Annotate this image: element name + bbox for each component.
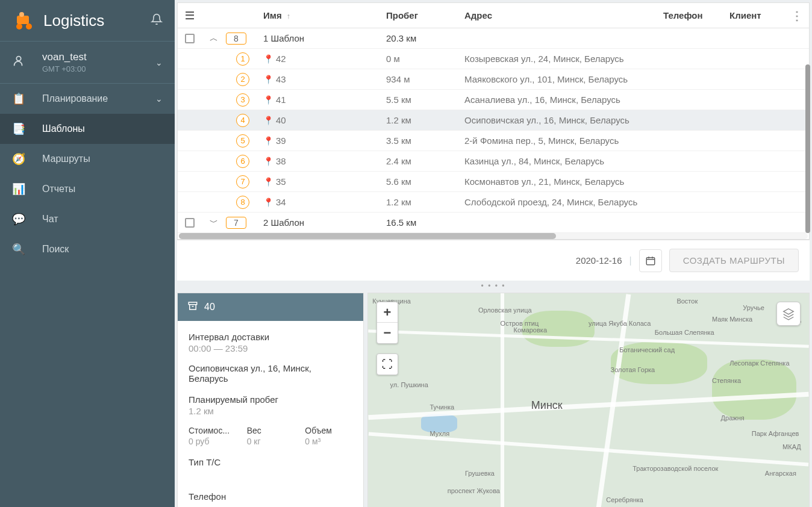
pin-icon: 📍 <box>263 75 273 84</box>
list-icon[interactable]: ☰ <box>178 9 202 22</box>
nav-reports[interactable]: 📊 Отчеты <box>0 174 175 204</box>
detail-title: 40 <box>204 302 215 313</box>
pin-icon: 📍 <box>263 157 273 166</box>
user-block[interactable]: voan_test GMT +03:00 ⌄ <box>0 41 175 84</box>
map-label: Лесопарк Степянка <box>729 359 789 367</box>
step-badge: 8 <box>236 196 249 209</box>
chevron-down-icon[interactable]: ﹀ <box>210 217 218 227</box>
calendar-button[interactable] <box>639 249 662 272</box>
checkbox[interactable] <box>185 34 195 43</box>
table-row[interactable]: 4📍401.2 кмОсиповичская ул., 16, Минск, Б… <box>178 110 809 131</box>
header-client[interactable]: Клиент <box>729 10 785 20</box>
create-routes-button[interactable]: СОЗДАТЬ МАРШРУТЫ <box>669 249 799 272</box>
row-mileage: 5.5 км <box>386 95 464 105</box>
map[interactable]: Минск КунцевщинаОрловская улицаКомаровка… <box>367 293 810 507</box>
header-name[interactable]: Имя↑ <box>260 10 386 20</box>
header-address[interactable]: Адрес <box>464 10 663 20</box>
calendar-icon: 📋 <box>12 92 31 105</box>
nav-chat[interactable]: 💬 Чат <box>0 204 175 234</box>
route-icon: 🧭 <box>12 152 31 166</box>
map-label: Дражня <box>721 414 745 421</box>
map-label: Орловская улица <box>478 306 532 314</box>
chat-icon: 💬 <box>12 213 31 226</box>
table-body: ︿81 Шаблон20.3 км1📍420 мКозыревская ул.,… <box>178 28 809 233</box>
user-timezone: GMT +03:00 <box>42 64 155 73</box>
row-mileage: 934 м <box>386 74 464 84</box>
table-row[interactable]: 7📍355.6 кмКосмонавтов ул., 21, Минск, Бе… <box>178 172 809 192</box>
detail-address: Осиповичская ул., 16, Минск, Беларусь <box>189 363 352 384</box>
svg-rect-2 <box>17 16 29 24</box>
table-row[interactable]: 6📍382.4 кмКазинца ул., 84, Минск, Белару… <box>178 151 809 172</box>
zoom-out-button[interactable]: − <box>377 323 398 343</box>
sort-asc-icon: ↑ <box>287 11 291 20</box>
chevron-up-icon[interactable]: ︿ <box>210 33 218 43</box>
checkbox[interactable] <box>185 218 195 228</box>
map-label: проспект Жукова <box>448 487 500 494</box>
user-icon <box>12 54 31 70</box>
group-name: 1 Шаблон <box>260 33 386 43</box>
group-mileage: 20.3 км <box>386 33 464 43</box>
row-mileage: 1.2 км <box>386 115 464 125</box>
planned-value: 1.2 км <box>189 406 352 416</box>
interval-value: 00:00 — 23:59 <box>189 343 352 353</box>
row-address: Космонавтов ул., 21, Минск, Беларусь <box>464 176 663 187</box>
table-row[interactable]: 8📍341.2 кмСлободской проезд, 24, Минск, … <box>178 192 809 213</box>
horizontal-scrollbar[interactable] <box>179 233 808 239</box>
map-bg: Минск КунцевщинаОрловская улицаКомаровка… <box>368 293 809 507</box>
map-label: Большая Слепянка <box>655 329 714 336</box>
header-mileage[interactable]: Пробег <box>386 10 464 20</box>
detail-header: 40 <box>178 293 363 321</box>
table-row[interactable]: 5📍393.5 км2-й Фомина пер., 5, Минск, Бел… <box>178 131 809 151</box>
nav-routes[interactable]: 🧭 Маршруты <box>0 144 175 174</box>
nav-templates[interactable]: 📑 Шаблоны <box>0 114 175 144</box>
notifications-icon[interactable] <box>151 13 163 28</box>
table-area: ☰ Имя↑ Пробег Адрес Телефон Клиент ⋮ ︿81… <box>177 2 810 240</box>
svg-rect-5 <box>646 257 655 264</box>
step-badge: 1 <box>236 52 249 66</box>
row-name: 📍41 <box>260 95 386 105</box>
step-badge: 7 <box>236 175 249 188</box>
row-name: 📍42 <box>260 54 386 64</box>
group-row[interactable]: ﹀72 Шаблон16.5 км <box>178 213 809 233</box>
layers-button[interactable] <box>776 302 801 326</box>
table-row[interactable]: 3📍415.5 кмАсаналиева ул., 16, Минск, Бел… <box>178 90 809 110</box>
row-mileage: 3.5 км <box>386 135 464 146</box>
nav: 📋 Планирование ⌄ 📑 Шаблоны 🧭 Маршруты 📊 … <box>0 84 175 264</box>
planned-label: Планируемый пробег <box>189 394 352 405</box>
action-bar: 2020-12-16 | СОЗДАТЬ МАРШРУТЫ <box>177 240 810 281</box>
fullscreen-button[interactable]: ⛶ <box>376 353 398 375</box>
detail-panel: 40 Интервал доставки 00:00 — 23:59 Осипо… <box>177 293 364 507</box>
vertical-scrollbar[interactable] <box>805 28 810 233</box>
table-row[interactable]: 1📍420 мКозыревская ул., 24, Минск, Белар… <box>178 49 809 69</box>
row-address: Асаналиева ул., 16, Минск, Беларусь <box>464 95 663 105</box>
weight-value: 0 кг <box>247 437 295 446</box>
row-name: 📍43 <box>260 74 386 84</box>
resize-grip[interactable]: • • • • <box>175 282 812 290</box>
more-icon[interactable]: ⋮ <box>785 8 809 23</box>
map-label: улица Якуба Коласа <box>589 320 651 327</box>
chevron-down-icon: ⌄ <box>155 58 163 67</box>
map-label: Комаровка <box>514 326 547 334</box>
pin-icon: 📍 <box>263 54 273 64</box>
map-city-label: Минск <box>531 399 563 412</box>
map-label: МКАД <box>782 443 801 450</box>
map-label: Грушевка <box>465 470 495 477</box>
map-label: Ангарская <box>765 470 796 477</box>
step-badge: 2 <box>236 73 249 86</box>
interval-label: Интервал доставки <box>189 332 352 342</box>
nav-planning[interactable]: 📋 Планирование ⌄ <box>0 84 175 114</box>
pin-icon: 📍 <box>263 136 273 146</box>
map-label: Маяк Минска <box>712 316 752 323</box>
zoom-control: + − <box>376 302 398 344</box>
chart-icon: 📊 <box>12 182 31 196</box>
date-text: 2020-12-16 <box>576 255 622 266</box>
group-row[interactable]: ︿81 Шаблон20.3 км <box>178 28 809 49</box>
volume-label: Объем <box>305 426 352 435</box>
volume-value: 0 м³ <box>305 437 352 446</box>
row-address: Слободской проезд, 24, Минск, Беларусь <box>464 197 663 207</box>
header-phone[interactable]: Телефон <box>663 10 729 20</box>
zoom-in-button[interactable]: + <box>377 302 398 323</box>
nav-search[interactable]: 🔍 Поиск <box>0 234 175 264</box>
step-badge: 4 <box>236 114 249 127</box>
table-row[interactable]: 2📍43934 мМаяковского ул., 101, Минск, Бе… <box>178 69 809 90</box>
